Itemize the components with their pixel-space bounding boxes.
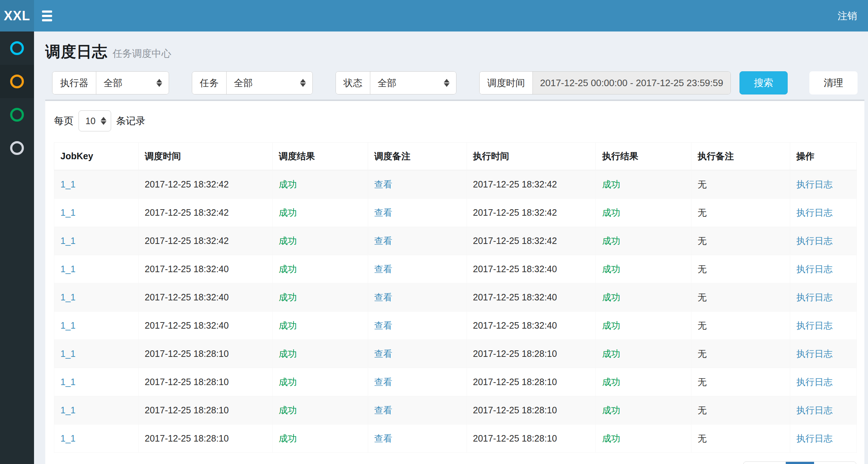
handle-msg-cell: 无: [691, 340, 790, 368]
trigger-msg-link[interactable]: 查看: [374, 320, 392, 330]
job-filter-group: 任务 全部: [192, 71, 313, 94]
executor-filter-group: 执行器 全部: [52, 71, 169, 94]
handle-msg-cell: 无: [691, 170, 790, 199]
job-filter-label: 任务: [192, 72, 227, 94]
status-select[interactable]: 全部: [370, 72, 456, 94]
menu-gray-circle-icon: [10, 141, 24, 155]
trigger-msg-link[interactable]: 查看: [374, 433, 392, 443]
jobkey-link[interactable]: 1_1: [60, 433, 76, 443]
handle-time-cell: 2017-12-25 18:32:40: [467, 312, 596, 340]
job-select[interactable]: 全部: [227, 72, 312, 94]
logout-link[interactable]: 注销: [827, 0, 868, 31]
trigger-result-cell: 成功: [273, 283, 368, 312]
trigger-msg-link[interactable]: 查看: [374, 377, 392, 387]
select-spinner-icon: [444, 79, 450, 87]
handle-time-cell: 2017-12-25 18:32:40: [467, 283, 596, 312]
trigger-msg-link[interactable]: 查看: [374, 236, 392, 246]
execution-log-link[interactable]: 执行日志: [796, 179, 833, 189]
current-page-button[interactable]: 1: [786, 462, 814, 464]
select-spinner-icon: [101, 117, 106, 125]
table-row: 1_1 2017-12-25 18:28:10 成功 查看 2017-12-25…: [54, 396, 857, 425]
trigger-time-cell: 2017-12-25 18:32:42: [138, 227, 272, 255]
sidebar-item-menu-gray[interactable]: [0, 131, 34, 165]
trigger-msg-link[interactable]: 查看: [374, 207, 392, 218]
trigger-time-cell: 2017-12-25 18:28:10: [138, 368, 272, 396]
handle-result-cell: 成功: [596, 340, 691, 368]
page-size-suffix-label: 条记录: [116, 114, 146, 127]
select-spinner-icon: [300, 79, 306, 87]
jobkey-link[interactable]: 1_1: [60, 264, 76, 274]
table-row: 1_1 2017-12-25 18:32:40 成功 查看 2017-12-25…: [54, 312, 857, 340]
jobkey-link[interactable]: 1_1: [60, 349, 76, 359]
handle-time-cell: 2017-12-25 18:32:42: [467, 227, 596, 255]
jobkey-link[interactable]: 1_1: [60, 377, 76, 387]
trigger-msg-link[interactable]: 查看: [374, 292, 392, 302]
header-row: JobKey调度时间调度结果调度备注执行时间执行结果执行备注操作: [54, 143, 857, 170]
trigger-result-cell: 成功: [273, 396, 368, 425]
execution-log-link[interactable]: 执行日志: [796, 349, 833, 359]
handle-result-cell: 成功: [596, 170, 691, 199]
table-row: 1_1 2017-12-25 18:32:42 成功 查看 2017-12-25…: [54, 227, 857, 255]
log-table-head: JobKey调度时间调度结果调度备注执行时间执行结果执行备注操作: [54, 143, 857, 170]
execution-log-link[interactable]: 执行日志: [796, 377, 833, 387]
trigger-result-cell: 成功: [273, 340, 368, 368]
page-subtitle: 任务调度中心: [113, 48, 171, 59]
handle-result-cell: 成功: [596, 283, 691, 312]
execution-log-link[interactable]: 执行日志: [796, 264, 833, 274]
table-row: 1_1 2017-12-25 18:32:40 成功 查看 2017-12-25…: [54, 283, 857, 312]
jobkey-link[interactable]: 1_1: [60, 320, 76, 330]
search-button[interactable]: 搜索: [740, 71, 788, 94]
execution-log-link[interactable]: 执行日志: [796, 292, 833, 302]
page-title: 调度日志: [45, 43, 108, 60]
trigger-msg-link[interactable]: 查看: [374, 179, 392, 189]
menu-orange-circle-icon: [10, 75, 24, 88]
status-filter-group: 状态 全部: [336, 71, 456, 94]
jobkey-link[interactable]: 1_1: [60, 207, 76, 218]
trigger-msg-link[interactable]: 查看: [374, 405, 392, 415]
trigger-time-filter-label: 调度时间: [480, 72, 533, 94]
handle-msg-cell: 无: [691, 396, 790, 425]
sidebar-item-menu-orange[interactable]: [0, 65, 34, 98]
trigger-time-range-input[interactable]: 2017-12-25 00:00:00 - 2017-12-25 23:59:5…: [533, 72, 730, 94]
execution-log-link[interactable]: 执行日志: [796, 433, 833, 443]
trigger-time-cell: 2017-12-25 18:32:40: [138, 283, 272, 312]
execution-log-link[interactable]: 执行日志: [796, 320, 833, 330]
execution-log-link[interactable]: 执行日志: [796, 405, 833, 415]
jobkey-link[interactable]: 1_1: [60, 179, 76, 189]
jobkey-link[interactable]: 1_1: [60, 236, 76, 246]
executor-select[interactable]: 全部: [96, 72, 169, 94]
handle-time-cell: 2017-12-25 18:28:10: [467, 396, 596, 425]
column-header-3: 调度备注: [368, 143, 467, 170]
prev-page-button[interactable]: 上页: [743, 462, 786, 464]
handle-result-cell: 成功: [596, 368, 691, 396]
page-size-prefix-label: 每页: [54, 114, 73, 127]
status-filter-label: 状态: [336, 72, 370, 94]
sidebar-menu: [0, 31, 34, 464]
trigger-time-cell: 2017-12-25 18:28:10: [138, 396, 272, 425]
table-row: 1_1 2017-12-25 18:32:40 成功 查看 2017-12-25…: [54, 255, 857, 283]
column-header-0: JobKey: [54, 143, 139, 170]
app-logo[interactable]: XXL: [0, 0, 34, 31]
trigger-msg-link[interactable]: 查看: [374, 264, 392, 274]
handle-time-cell: 2017-12-25 18:28:10: [467, 340, 596, 368]
clear-button[interactable]: 清理: [809, 71, 858, 94]
executor-filter-label: 执行器: [52, 72, 96, 94]
sidebar-item-menu-cyan[interactable]: [0, 31, 34, 65]
trigger-time-cell: 2017-12-25 18:32:40: [138, 255, 272, 283]
page-size-select[interactable]: 10: [79, 110, 111, 131]
execution-log-link[interactable]: 执行日志: [796, 207, 833, 218]
sidebar-toggle-button[interactable]: [34, 0, 60, 31]
jobkey-link[interactable]: 1_1: [60, 292, 76, 302]
log-table: JobKey调度时间调度结果调度备注执行时间执行结果执行备注操作 1_1 201…: [54, 142, 857, 453]
trigger-time-cell: 2017-12-25 18:28:10: [138, 425, 272, 453]
execution-log-link[interactable]: 执行日志: [796, 236, 833, 246]
table-footer: 第 1 页 ( 总共 1 页，10 条记录 ) 上页 1 下页: [54, 461, 857, 464]
handle-msg-cell: 无: [691, 312, 790, 340]
sidebar-item-menu-green[interactable]: [0, 98, 34, 131]
menu-green-circle-icon: [10, 108, 24, 122]
handle-result-cell: 成功: [596, 396, 691, 425]
next-page-button[interactable]: 下页: [814, 462, 856, 464]
trigger-msg-link[interactable]: 查看: [374, 349, 392, 359]
trigger-result-cell: 成功: [273, 255, 368, 283]
jobkey-link[interactable]: 1_1: [60, 405, 76, 415]
